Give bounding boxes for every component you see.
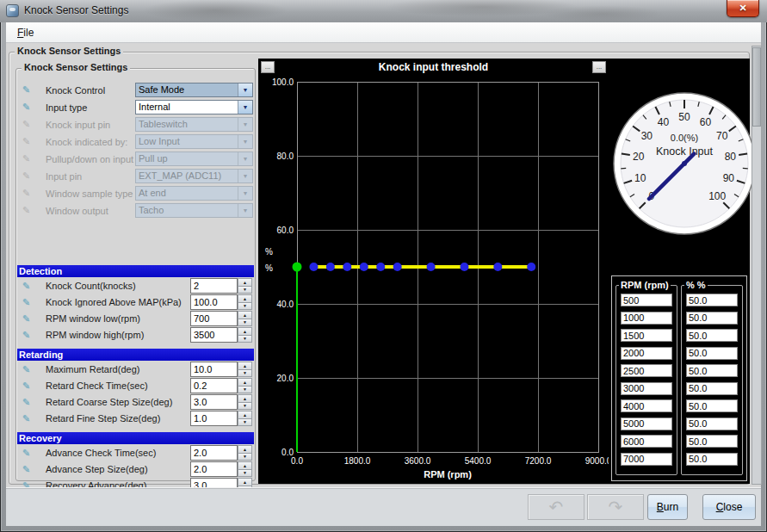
curve-point[interactable]	[427, 263, 436, 271]
action-bar: ↶ ↷ Burn Close	[6, 487, 761, 526]
curve-point[interactable]	[376, 263, 385, 271]
spinner-up-icon[interactable]: ▲	[238, 478, 252, 486]
close-button[interactable]: Close	[702, 494, 756, 520]
field-advance-step-size-deg[interactable]: 2.0	[190, 461, 238, 477]
value-cell[interactable]	[686, 294, 738, 306]
value-cell[interactable]	[686, 364, 738, 377]
y-tick-label: 80.0	[277, 152, 294, 161]
spinner-down-icon[interactable]: ▼	[238, 419, 252, 427]
setting-row: ✎Retard Coarse Step Size(deg)3.0▲▼	[17, 394, 253, 410]
undo-button: ↶	[528, 494, 585, 520]
curve-point[interactable]	[393, 263, 402, 271]
setting-row: ✎Pullup/down on inputPull up▼	[17, 152, 253, 166]
spinner-up-icon[interactable]: ▲	[238, 378, 252, 387]
scrollbar-thumb[interactable]	[752, 47, 761, 127]
gauge-and-table-panel: 01020304050607080901000.0(%)Knock Input …	[609, 59, 750, 484]
setting-label: Input pin	[46, 171, 82, 182]
spinner-up-icon[interactable]: ▲	[238, 411, 252, 419]
combo-knock-control[interactable]: Safe Mode▼	[135, 83, 253, 97]
spinner-down-icon[interactable]: ▼	[238, 470, 252, 478]
setting-row: ✎Knock Count(knocks)2▲▼	[17, 278, 253, 294]
field-retard-check-time-sec[interactable]: 0.2	[190, 378, 238, 393]
value-cell[interactable]	[686, 399, 738, 412]
spinner-down-icon[interactable]: ▼	[238, 370, 252, 378]
vertical-scrollbar[interactable]	[752, 46, 762, 485]
rpm-cell[interactable]	[621, 294, 672, 306]
menu-file[interactable]: File	[11, 25, 40, 40]
spinner-down-icon[interactable]: ▼	[238, 454, 252, 461]
spinner-down-icon[interactable]: ▼	[238, 387, 252, 394]
chevron-down-icon: ▼	[238, 152, 252, 165]
spinner-down-icon[interactable]: ▼	[238, 303, 252, 311]
field-rpm-window-low-rpm[interactable]: 700	[190, 311, 238, 326]
value-cell[interactable]	[686, 418, 738, 430]
rpm-cell[interactable]	[621, 382, 672, 395]
setting-label: Retard Coarse Step Size(deg)	[46, 397, 172, 407]
chevron-down-icon: ▼	[238, 187, 252, 200]
setting-row: ✎Knock indicated by:Low Input▼	[17, 134, 253, 149]
edit-icon: ✎	[22, 154, 34, 164]
rpm-cell[interactable]	[621, 418, 672, 430]
rpm-cell[interactable]	[621, 347, 672, 360]
value-cell[interactable]	[686, 382, 738, 395]
value-cell[interactable]	[686, 312, 738, 325]
field-maximum-retard-deg[interactable]: 10.0	[190, 362, 238, 377]
value-cell[interactable]	[686, 347, 738, 360]
spinner-down-icon[interactable]: ▼	[238, 319, 252, 327]
spinner-down-icon[interactable]: ▼	[238, 287, 252, 294]
combo-input-type[interactable]: Internal▼	[135, 100, 253, 114]
rpm-cell[interactable]	[621, 453, 672, 466]
chart-options-right-button[interactable]: ...	[592, 61, 606, 73]
spinner-up-icon[interactable]: ▲	[238, 445, 252, 454]
spinner-down-icon[interactable]: ▼	[238, 403, 252, 411]
spinner-up-icon[interactable]: ▲	[238, 362, 252, 370]
y-tick-label: 20.0	[277, 374, 294, 383]
value-cell[interactable]	[686, 453, 738, 466]
spinner-up-icon[interactable]: ▲	[238, 327, 252, 336]
chevron-down-icon: ▼	[238, 170, 252, 182]
edit-icon: ✎	[22, 137, 34, 146]
y-tick-label: 40.0	[277, 300, 294, 309]
burn-button[interactable]: Burn	[647, 494, 688, 520]
field-knock-ignored-above-map-kpa[interactable]: 100.0	[190, 294, 238, 310]
cursor-point	[293, 263, 302, 272]
field-knock-count-knocks[interactable]: 2	[190, 278, 238, 294]
curve-point[interactable]	[527, 263, 535, 271]
spinner-up-icon[interactable]: ▲	[238, 294, 252, 303]
spinner-down-icon[interactable]: ▼	[238, 336, 252, 343]
app-icon	[6, 4, 19, 17]
field-rpm-window-high-rpm[interactable]: 3500	[190, 327, 238, 343]
spinner-up-icon[interactable]: ▲	[238, 461, 252, 470]
curve-point[interactable]	[460, 263, 468, 271]
rpm-cell[interactable]	[621, 435, 672, 448]
chart-options-left-button[interactable]: ...	[261, 61, 275, 73]
rpm-cell[interactable]	[621, 312, 672, 325]
spinner-up-icon[interactable]: ▲	[238, 311, 252, 319]
rpm-cell[interactable]	[621, 399, 672, 412]
chevron-down-icon[interactable]: ▼	[238, 84, 252, 96]
stepper-retard-fine-step-size-deg: ▲▼	[238, 411, 252, 426]
curve-point[interactable]	[343, 263, 351, 271]
setting-label: Window sample type	[46, 189, 133, 199]
curve-point[interactable]	[360, 263, 368, 271]
setting-label: Retard Fine Step Size(deg)	[46, 413, 160, 424]
combo-value: Internal	[136, 101, 238, 114]
rpm-cell[interactable]	[621, 329, 672, 342]
knock-threshold-chart[interactable]: 0.01800.03600.05400.07200.09000.00.020.0…	[258, 59, 609, 484]
chevron-down-icon[interactable]: ▼	[238, 101, 252, 114]
curve-point[interactable]	[326, 263, 335, 271]
title-bar[interactable]: Knock Sensor Settings ✕	[0, 0, 767, 22]
value-cell[interactable]	[686, 435, 738, 448]
curve-point[interactable]	[493, 263, 502, 271]
value-cell[interactable]	[686, 329, 738, 342]
close-window-button[interactable]: ✕	[727, 0, 759, 17]
rpm-cell[interactable]	[621, 364, 672, 377]
spinner-up-icon[interactable]: ▲	[238, 278, 252, 287]
value-column-group: % %	[681, 285, 743, 475]
spinner-up-icon[interactable]: ▲	[238, 394, 252, 403]
curve-point[interactable]	[309, 263, 318, 271]
field-retard-fine-step-size-deg[interactable]: 1.0	[190, 411, 238, 426]
field-retard-coarse-step-size-deg[interactable]: 3.0	[190, 394, 238, 410]
field-advance-check-time-sec[interactable]: 2.0	[190, 445, 238, 461]
gauge-title: Knock Input	[656, 145, 714, 158]
